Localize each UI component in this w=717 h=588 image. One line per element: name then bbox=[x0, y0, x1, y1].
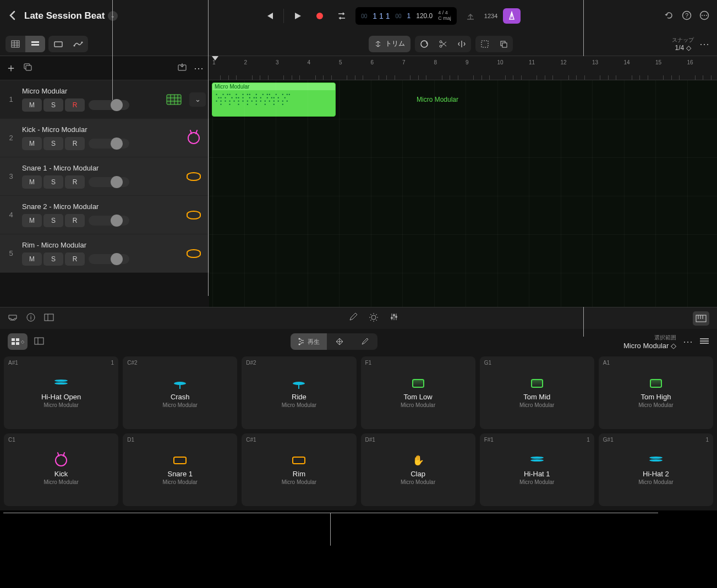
record-enable-button[interactable]: R bbox=[65, 252, 85, 266]
solo-button[interactable]: S bbox=[43, 214, 63, 227]
track-list-more-button[interactable]: ⋯ bbox=[194, 62, 204, 74]
drum-pad[interactable]: F1Tom LowMicro Modular bbox=[361, 356, 475, 429]
pad-note-label: G1 bbox=[484, 360, 491, 366]
volume-slider[interactable] bbox=[89, 177, 129, 187]
selection-label: 選択範囲 bbox=[623, 334, 676, 342]
count-in-button[interactable]: 1234 bbox=[484, 13, 497, 19]
record-enable-button[interactable]: R bbox=[65, 175, 85, 189]
pad-index: 1 bbox=[705, 437, 709, 443]
track-row[interactable]: 2Kick - Micro ModularMSR bbox=[0, 119, 209, 157]
svg-rect-40 bbox=[696, 315, 706, 322]
duplicate-track-button[interactable] bbox=[23, 63, 33, 73]
mute-button[interactable]: M bbox=[22, 252, 42, 266]
drum-pad[interactable]: G#11Hi-Hat 2Micro Modular bbox=[599, 433, 713, 506]
region-name: Micro Modular bbox=[212, 83, 335, 90]
brightness-icon[interactable] bbox=[369, 312, 379, 324]
view-single-button[interactable] bbox=[48, 36, 68, 52]
solo-button[interactable]: S bbox=[43, 98, 63, 112]
mute-button[interactable]: M bbox=[22, 98, 42, 112]
drum-pad[interactable]: A#11Hi-Hat OpenMicro Modular bbox=[4, 356, 118, 429]
info-icon[interactable]: i bbox=[26, 313, 35, 323]
metronome-button[interactable] bbox=[503, 8, 521, 24]
track-row[interactable]: 1Micro ModularMSR⌄ bbox=[0, 80, 209, 119]
record-enable-button[interactable]: R bbox=[65, 137, 85, 150]
mute-button[interactable]: M bbox=[22, 175, 42, 189]
volume-slider[interactable] bbox=[89, 100, 129, 110]
solo-button[interactable]: S bbox=[43, 252, 63, 266]
marquee-tool-button[interactable] bbox=[475, 36, 494, 52]
arrangement-area[interactable]: 12345678910111213141516 Micro Modular ▪ … bbox=[209, 56, 717, 307]
add-track-button[interactable]: ＋ bbox=[6, 61, 17, 75]
pad-note-label: A1 bbox=[603, 360, 610, 366]
mute-button[interactable]: M bbox=[22, 137, 42, 150]
drum-pad[interactable]: A1Tom HighMicro Modular bbox=[599, 356, 713, 429]
midi-region[interactable]: Micro Modular ▪ ▪ ▪▪ ▪ ▪ ▪▪ ▪ ▪ ▪▪ ▪ ▪ ▪… bbox=[212, 83, 336, 117]
kit-name[interactable]: Micro Modular ◇ bbox=[623, 342, 676, 350]
expand-track-button[interactable]: ⌄ bbox=[189, 92, 206, 107]
drum-pad[interactable]: C#1RimMicro Modular bbox=[242, 433, 356, 506]
automation-button[interactable] bbox=[68, 36, 88, 52]
trim-tool-button[interactable]: トリム bbox=[369, 36, 411, 52]
undo-button[interactable] bbox=[664, 10, 674, 22]
view-grid-button[interactable] bbox=[6, 36, 25, 52]
scissors-tool-button[interactable] bbox=[434, 36, 452, 52]
record-button[interactable] bbox=[311, 8, 328, 24]
track-row[interactable]: 5Rim - Micro ModularMSR bbox=[0, 234, 209, 273]
split-tool-button[interactable] bbox=[452, 36, 471, 52]
panels-icon[interactable] bbox=[44, 314, 54, 323]
project-title[interactable]: Late Session Beat ⌄ bbox=[24, 10, 118, 21]
mixer-icon[interactable] bbox=[390, 312, 398, 324]
tuner-button[interactable] bbox=[462, 8, 479, 24]
ruler-tick: 14 bbox=[624, 59, 630, 65]
play-button[interactable] bbox=[289, 8, 306, 24]
pad-kit-label: Micro Modular bbox=[282, 402, 316, 408]
volume-slider[interactable] bbox=[89, 216, 129, 226]
volume-slider[interactable] bbox=[89, 254, 129, 264]
svg-point-6 bbox=[706, 15, 707, 16]
help-button[interactable]: ? bbox=[682, 10, 692, 22]
timeline-ruler[interactable]: 12345678910111213141516 bbox=[209, 56, 717, 80]
mute-button[interactable]: M bbox=[22, 214, 42, 227]
svg-point-50 bbox=[298, 338, 300, 340]
drum-pad[interactable]: F#11Hi-Hat 1Micro Modular bbox=[480, 433, 594, 506]
loop-tool-button[interactable] bbox=[415, 36, 434, 52]
track-row[interactable]: 3Snare 1 - Micro ModularMSR bbox=[0, 157, 209, 196]
pad-grid-view-button[interactable]: ◇ bbox=[8, 333, 28, 350]
drum-pad[interactable]: D#2RideMicro Modular bbox=[242, 356, 356, 429]
pad-sidebar-button[interactable] bbox=[34, 337, 44, 347]
snap-value[interactable]: 1/4 ◇ bbox=[672, 44, 694, 52]
pad-note-label: C#1 bbox=[246, 437, 256, 443]
lcd-display[interactable]: 00 1 1 1 00 1 120.0 4 / 4 C maj bbox=[355, 7, 457, 25]
record-enable-button[interactable]: R bbox=[65, 214, 85, 227]
back-button[interactable] bbox=[8, 10, 17, 22]
toolbar-more-button[interactable]: ⋯ bbox=[699, 38, 709, 50]
callout-line bbox=[3, 513, 658, 513]
cycle-button[interactable] bbox=[333, 8, 350, 24]
pad-move-mode-button[interactable] bbox=[327, 333, 352, 350]
solo-button[interactable]: S bbox=[43, 137, 63, 150]
pencil-icon[interactable] bbox=[349, 312, 358, 324]
inbox-icon[interactable] bbox=[8, 313, 18, 323]
drum-pad[interactable]: C#2CrashMicro Modular bbox=[123, 356, 237, 429]
pad-edit-mode-button[interactable] bbox=[352, 333, 377, 350]
pad-instrument-icon bbox=[291, 377, 307, 389]
view-tracks-button[interactable] bbox=[25, 36, 45, 52]
record-enable-button[interactable]: R bbox=[65, 98, 85, 112]
import-button[interactable] bbox=[177, 63, 187, 73]
drum-pad[interactable]: D#1✋ClapMicro Modular bbox=[361, 433, 475, 506]
pad-instrument-icon bbox=[53, 377, 69, 389]
drum-pad[interactable]: G1Tom MidMicro Modular bbox=[480, 356, 594, 429]
volume-slider[interactable] bbox=[89, 139, 129, 149]
drum-pad[interactable]: D1Snare 1Micro Modular bbox=[123, 433, 237, 506]
pad-list-button[interactable] bbox=[699, 338, 709, 346]
drum-pad[interactable]: C1KickMicro Modular bbox=[4, 433, 118, 506]
pad-more-button[interactable]: ⋯ bbox=[683, 336, 693, 348]
go-to-start-button[interactable] bbox=[261, 8, 278, 24]
more-menu-button[interactable] bbox=[699, 10, 709, 22]
copy-tool-button[interactable] bbox=[494, 36, 513, 52]
solo-button[interactable]: S bbox=[43, 175, 63, 189]
keyboard-button[interactable] bbox=[693, 311, 709, 326]
track-row[interactable]: 4Snare 2 - Micro ModularMSR bbox=[0, 196, 209, 234]
pad-play-mode-button[interactable]: 再生 bbox=[291, 333, 327, 350]
svg-point-4 bbox=[702, 15, 703, 16]
